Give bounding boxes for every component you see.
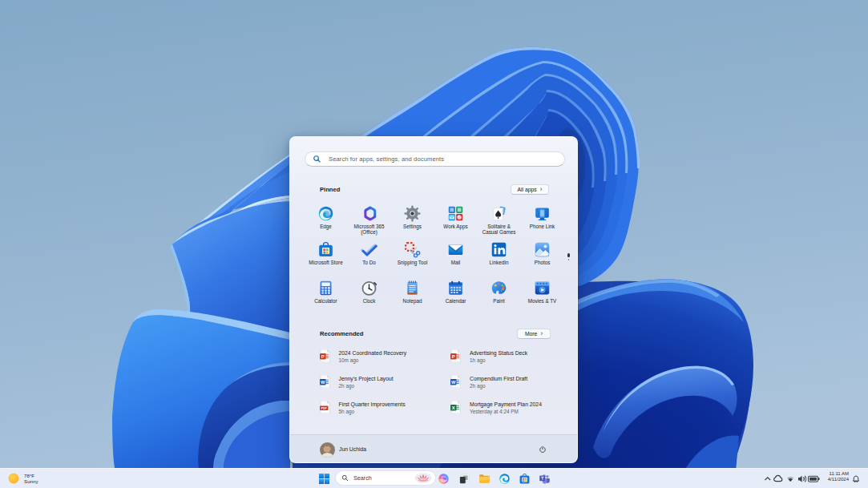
svg-text:P: P [321,354,324,359]
svg-text:W: W [451,380,456,385]
svg-text:PDF: PDF [321,407,327,410]
svg-text:P: P [452,354,455,359]
svg-text:X: X [452,405,455,410]
svg-text:W: W [321,380,325,385]
